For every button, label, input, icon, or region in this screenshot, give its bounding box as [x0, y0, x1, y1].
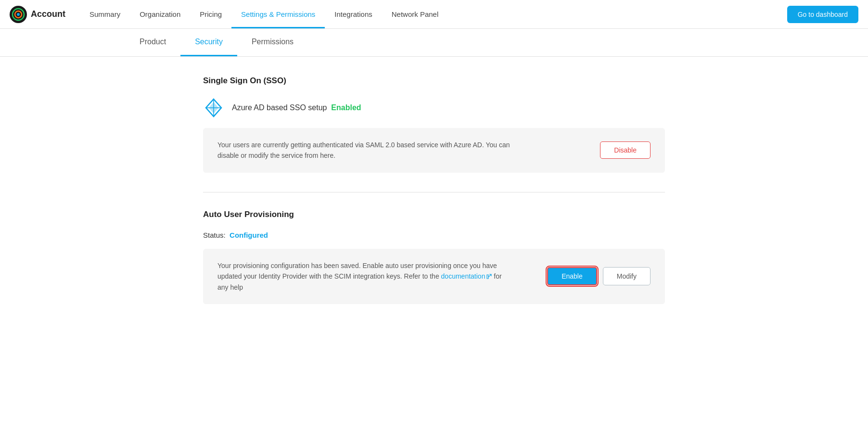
- sso-row: Azure AD based SSO setup Enabled: [203, 97, 665, 118]
- nav-pricing[interactable]: Pricing: [190, 0, 231, 28]
- main-nav: Summary Organization Pricing Settings & …: [80, 0, 787, 28]
- sso-info-text: Your users are currently getting authent…: [217, 140, 525, 161]
- nav-organization[interactable]: Organization: [130, 0, 190, 28]
- nav-network-panel[interactable]: Network Panel: [382, 0, 448, 28]
- logo-icon: [10, 6, 27, 23]
- tab-product[interactable]: Product: [125, 29, 180, 56]
- sso-section: Single Sign On (SSO) Azure AD based SSO …: [203, 76, 665, 173]
- external-link-icon: [486, 274, 492, 280]
- enable-button[interactable]: Enable: [547, 267, 597, 285]
- tab-permissions[interactable]: Permissions: [237, 29, 308, 56]
- main-content: Single Sign On (SSO) Azure AD based SSO …: [193, 57, 675, 343]
- provisioning-status-row: Status: Configured: [203, 231, 665, 239]
- sso-section-title: Single Sign On (SSO): [203, 76, 665, 86]
- disable-button[interactable]: Disable: [600, 141, 651, 159]
- provisioning-section: Auto User Provisioning Status: Configure…: [203, 210, 665, 304]
- provisioning-info-text: Your provisioning configuration has been…: [217, 260, 506, 293]
- provisioning-info-box: Your provisioning configuration has been…: [203, 249, 665, 304]
- tab-security[interactable]: Security: [180, 29, 237, 56]
- provisioning-actions: Enable Modify: [547, 267, 651, 285]
- nav-summary[interactable]: Summary: [80, 0, 130, 28]
- section-divider: [203, 192, 665, 192]
- azure-ad-icon: [203, 97, 224, 118]
- provisioning-section-title: Auto User Provisioning: [203, 210, 665, 219]
- go-to-dashboard-button[interactable]: Go to dashboard: [787, 6, 858, 23]
- modify-button[interactable]: Modify: [603, 267, 651, 285]
- header: Account Summary Organization Pricing Set…: [0, 0, 868, 29]
- sso-label: Azure AD based SSO setup Enabled: [232, 103, 361, 112]
- sub-tabs: Product Security Permissions: [0, 29, 868, 57]
- sso-status-badge: Enabled: [331, 103, 361, 112]
- sso-label-text: Azure AD based SSO setup: [232, 103, 327, 112]
- sso-info-box: Your users are currently getting authent…: [203, 128, 665, 173]
- provisioning-status-badge: Configured: [230, 231, 268, 239]
- documentation-link[interactable]: documentation: [441, 272, 485, 280]
- svg-point-3: [17, 13, 20, 16]
- nav-integrations[interactable]: Integrations: [325, 0, 382, 28]
- status-label: Status:: [203, 231, 226, 239]
- brand-name: Account: [31, 9, 65, 19]
- nav-settings-permissions[interactable]: Settings & Permissions: [231, 0, 325, 28]
- logo-container: Account: [10, 6, 65, 23]
